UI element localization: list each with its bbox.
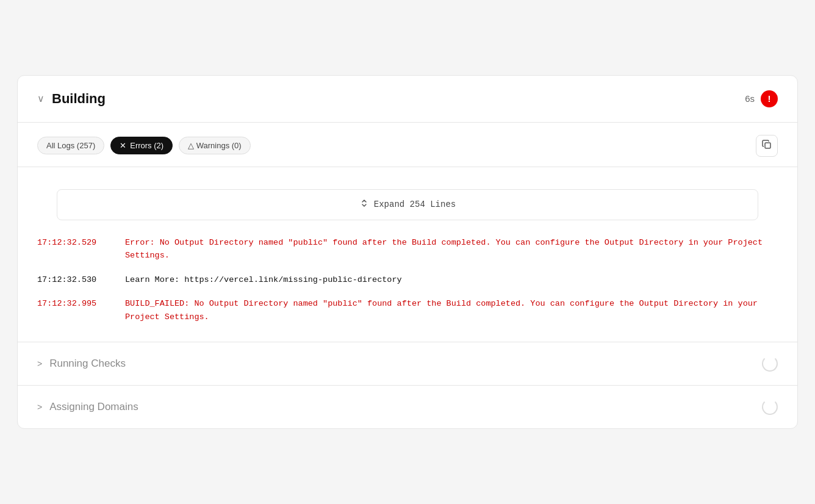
log-timestamp-3: 17:12:32.995 xyxy=(37,293,110,327)
assigning-domains-spinner xyxy=(762,399,778,415)
assigning-domains-title: Assigning Domains xyxy=(49,401,138,413)
main-card: ∨ Building 6s ! All Logs (257) ✕ Errors … xyxy=(17,75,798,430)
running-checks-spinner xyxy=(762,356,778,372)
log-message-3: BUILD_FAILED: No Output Directory named … xyxy=(125,293,778,327)
errors-filter-button[interactable]: ✕ Errors (2) xyxy=(110,137,173,154)
warning-triangle-icon: △ xyxy=(188,141,194,150)
running-checks-left: > Running Checks xyxy=(37,358,126,370)
log-area: Expand 254 Lines 17:12:32.529 Error: No … xyxy=(18,167,797,342)
building-header-right: 6s ! xyxy=(745,90,778,107)
copy-logs-button[interactable] xyxy=(756,135,778,157)
errors-filter-label: Errors (2) xyxy=(130,141,163,150)
building-title: Building xyxy=(52,91,106,107)
all-logs-filter-button[interactable]: All Logs (257) xyxy=(37,137,104,154)
expand-lines-label: Expand 254 Lines xyxy=(374,200,456,209)
log-entry: 17:12:32.530 Learn More: https://vercel.… xyxy=(37,270,778,290)
log-message-1: Error: No Output Directory named "public… xyxy=(125,232,778,266)
building-time-badge: 6s xyxy=(745,93,755,104)
building-section-header: ∨ Building 6s ! xyxy=(18,76,797,123)
assigning-domains-left: > Assigning Domains xyxy=(37,401,138,413)
running-checks-chevron-icon: > xyxy=(37,359,42,369)
running-checks-section[interactable]: > Running Checks xyxy=(18,342,797,386)
log-entry: 17:12:32.529 Error: No Output Directory … xyxy=(37,232,778,266)
copy-icon xyxy=(762,140,772,152)
expand-lines-button[interactable]: Expand 254 Lines xyxy=(57,189,758,220)
warnings-filter-label: Warnings (0) xyxy=(196,141,242,150)
building-chevron-icon[interactable]: ∨ xyxy=(37,93,45,104)
log-timestamp-2: 17:12:32.530 xyxy=(37,270,110,290)
log-entry: 17:12:32.995 BUILD_FAILED: No Output Dir… xyxy=(37,293,778,327)
assigning-domains-chevron-icon: > xyxy=(37,402,42,412)
error-x-icon: ✕ xyxy=(120,141,126,150)
building-error-indicator: ! xyxy=(761,90,778,107)
log-message-2: Learn More: https://vercel.link/missing-… xyxy=(125,270,778,290)
log-timestamp-1: 17:12:32.529 xyxy=(37,232,110,266)
svg-rect-0 xyxy=(765,143,770,148)
assigning-domains-section[interactable]: > Assigning Domains xyxy=(18,386,797,428)
log-filters-bar: All Logs (257) ✕ Errors (2) △ Warnings (… xyxy=(18,123,797,167)
expand-lines-icon xyxy=(359,198,369,211)
building-header-left: ∨ Building xyxy=(37,91,106,107)
running-checks-title: Running Checks xyxy=(49,358,126,370)
warnings-filter-button[interactable]: △ Warnings (0) xyxy=(179,137,251,154)
